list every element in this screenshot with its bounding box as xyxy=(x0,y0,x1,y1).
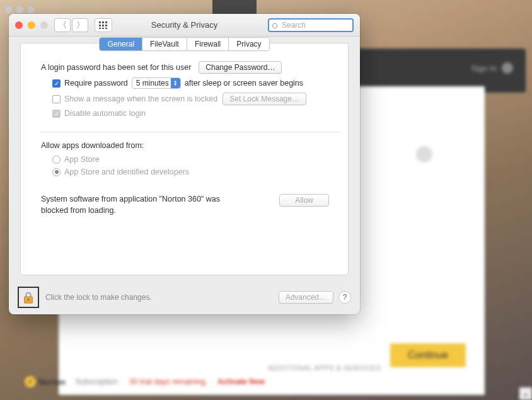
show-message-label: Show a message when the screen is locked xyxy=(64,94,217,103)
svg-rect-2 xyxy=(105,21,107,23)
sign-in-link[interactable]: Sign In xyxy=(471,64,497,73)
window-footer: Click the lock to make changes. Advanced… xyxy=(9,283,360,314)
radio-app-store-label: App Store xyxy=(64,155,100,164)
radio-app-store xyxy=(52,156,61,164)
help-button[interactable]: ? xyxy=(338,291,351,304)
svg-rect-7 xyxy=(102,28,104,29)
norton-status-bar: ✓Norton Subscription: 30 trial days rema… xyxy=(25,371,526,392)
change-password-button[interactable]: Change Password… xyxy=(199,61,282,74)
close-icon[interactable] xyxy=(15,21,23,29)
forward-button[interactable]: 〉 xyxy=(72,18,88,32)
norton-logo: ✓Norton xyxy=(25,376,66,387)
progress-step-dot xyxy=(416,146,432,163)
background-dark-strip xyxy=(212,0,257,14)
tab-firewall[interactable]: Firewall xyxy=(187,38,229,50)
lock-icon xyxy=(21,290,35,304)
svg-rect-4 xyxy=(102,25,104,26)
section-divider xyxy=(41,132,340,132)
trial-days-text: 30 trial days remaining. xyxy=(129,377,207,386)
svg-rect-6 xyxy=(99,28,101,29)
lock-button[interactable] xyxy=(18,287,39,308)
svg-rect-0 xyxy=(99,21,101,23)
activate-now-link[interactable]: Activate Now xyxy=(217,377,265,386)
login-password-text: A login password has been set for this u… xyxy=(41,63,191,72)
tab-filevault[interactable]: FileVault xyxy=(142,38,187,50)
require-password-label-before: Require password xyxy=(64,79,128,88)
tab-privacy[interactable]: Privacy xyxy=(229,38,269,50)
advanced-button[interactable]: Advanced… xyxy=(279,291,333,304)
require-password-delay-select[interactable]: 5 minutes ▲▼ xyxy=(132,77,181,89)
svg-point-10 xyxy=(28,299,30,300)
require-password-checkbox[interactable]: ✓ xyxy=(52,79,61,88)
blocked-software-text: System software from application "Norton… xyxy=(41,194,236,216)
svg-rect-3 xyxy=(99,25,101,26)
show-message-checkbox xyxy=(52,95,61,103)
chevron-updown-icon: ▲▼ xyxy=(171,78,180,88)
scroll-to-top-button[interactable]: ▲ xyxy=(519,387,532,400)
zoom-icon xyxy=(40,21,48,29)
lock-hint-text: Click the lock to make changes. xyxy=(45,293,152,302)
allow-button[interactable]: Allow xyxy=(279,194,329,207)
radio-app-store-identified-label: App Store and identified developers xyxy=(64,168,189,176)
svg-rect-1 xyxy=(102,21,104,23)
search-input[interactable] xyxy=(268,18,354,32)
subscription-label: Subscription: xyxy=(76,377,119,386)
minimize-icon[interactable] xyxy=(28,21,35,29)
continue-button[interactable]: Continue xyxy=(390,343,466,367)
avatar-icon[interactable] xyxy=(502,62,513,74)
allow-downloads-heading: Allow apps downloaded from: xyxy=(41,141,329,150)
require-password-label-after: after sleep or screen saver begins xyxy=(185,79,303,88)
tab-general[interactable]: General xyxy=(100,38,142,50)
security-privacy-window: 〈 〉 Security & Privacy General FileVault… xyxy=(9,14,360,314)
titlebar: 〈 〉 Security & Privacy xyxy=(9,14,360,37)
preferences-pane: General FileVault Firewall Privacy A log… xyxy=(20,43,349,275)
tabs: General FileVault Firewall Privacy xyxy=(21,37,348,51)
show-all-button[interactable] xyxy=(95,18,112,32)
svg-rect-5 xyxy=(105,25,107,26)
disable-autologin-checkbox: ✓ xyxy=(52,110,61,118)
back-button[interactable]: 〈 xyxy=(54,18,71,32)
set-lock-message-button: Set Lock Message… xyxy=(223,93,306,105)
background-window-traffic-lights xyxy=(5,6,35,13)
svg-rect-8 xyxy=(105,28,107,29)
disable-autologin-label: Disable automatic login xyxy=(64,109,146,118)
radio-app-store-identified xyxy=(52,168,61,176)
